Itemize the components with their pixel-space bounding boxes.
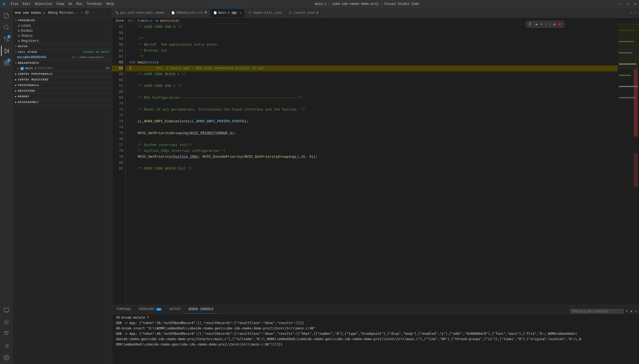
activity-extensions[interactable]: 1	[1, 57, 12, 68]
cmake-kits-tab-icon: {}	[248, 11, 251, 14]
menu-file[interactable]: File	[11, 2, 19, 6]
svg-rect-8	[4, 63, 6, 65]
split-editor-icon[interactable]: ⇔	[630, 10, 632, 15]
menu-view[interactable]: View	[56, 2, 64, 6]
breakpoint-item[interactable]: ● main.c Core\Src 86	[13, 66, 112, 71]
toolbar-stepinto-icon[interactable]: ↓	[545, 22, 547, 27]
activity-source-control[interactable]: 3	[1, 34, 12, 45]
vscode-logo: ⊠	[3, 1, 5, 7]
memory-header[interactable]: ▶ MEMORY	[13, 94, 112, 99]
toolbar-stepover-icon[interactable]: ↷	[540, 22, 542, 27]
activity-search[interactable]	[1, 22, 12, 33]
breakpoints-title: BREAKPOINTS	[18, 61, 39, 65]
breadcrumb-core[interactable]: Core	[116, 19, 124, 23]
tab-cmake-kits[interactable]: {} cmake-kits.json	[245, 8, 285, 18]
run-play-button[interactable]: ▷	[43, 10, 46, 16]
tab-terminal[interactable]: TERMINAL	[112, 305, 135, 314]
activity-bar: 3 1	[0, 8, 13, 364]
minimize-button[interactable]: ─	[620, 2, 622, 6]
peripherals-header[interactable]: ▶ PERIPHERALS	[13, 83, 112, 88]
breadcrumb-func[interactable]: ⊕ main(void)	[156, 19, 179, 23]
disassembly-header[interactable]: ▶ DISASSEMBLY	[13, 100, 112, 105]
toolbar-separator-1	[533, 22, 534, 27]
toolbar-continue-icon[interactable]: ▶	[536, 22, 538, 27]
svg-point-2	[7, 40, 9, 42]
svg-rect-9	[7, 63, 9, 65]
tab-output[interactable]: OUTPUT	[166, 305, 185, 314]
code-punct-79: (	[171, 154, 173, 160]
activity-run-debug[interactable]	[1, 46, 12, 56]
code-line-62: */	[126, 54, 618, 60]
variables-registers[interactable]: ▶Registers	[13, 38, 112, 43]
breakpoints-header[interactable]: ▾ BREAKPOINTS	[13, 60, 112, 66]
watch-header[interactable]: ▾ WATCH	[13, 44, 112, 49]
console-list-view-icon[interactable]: ≡	[626, 309, 628, 313]
activity-debug2[interactable]	[1, 340, 12, 351]
callstack-location: D:/_WORK/embedded/...	[72, 56, 110, 59]
variables-local[interactable]: ▶Local	[13, 23, 112, 28]
console-close-icon[interactable]: ✕	[635, 309, 637, 314]
launch-modified-badge: U	[316, 11, 318, 15]
variables-global[interactable]: ▶Global	[13, 28, 112, 33]
menu-run[interactable]: Run	[76, 2, 82, 6]
line-num-63: 63	[112, 60, 123, 65]
tab-mainc[interactable]: 📄 main.c 9+ ✕	[210, 8, 245, 18]
breadcrumb-src[interactable]: Src	[128, 19, 134, 23]
svg-point-3	[4, 37, 6, 39]
console-expand-icon[interactable]: ▲	[630, 309, 632, 313]
menu-help[interactable]: Help	[106, 2, 114, 6]
menu-bar[interactable]: File Edit Selection View Go Run Terminal…	[11, 2, 114, 6]
menu-edit[interactable]: Edit	[23, 2, 30, 6]
activity-explorer[interactable]	[1, 10, 12, 21]
cmakelists-modified-badge: M	[205, 11, 207, 15]
breadcrumb-mainc[interactable]: main.c	[141, 19, 152, 23]
activity-test[interactable]	[1, 329, 12, 339]
tab-problems[interactable]: PROBLEMS 24	[135, 305, 166, 314]
debug-config-name[interactable]: Debug Microco...	[48, 11, 79, 15]
callstack-item[interactable]: main@0x08000468 D:/_WORK/embedded/...	[13, 55, 112, 60]
activity-settings[interactable]	[1, 352, 12, 363]
tab-debug-console[interactable]: DEBUG CONSOLE	[185, 305, 217, 314]
toolbar-restart-icon[interactable]: ↺	[553, 22, 556, 27]
code-func-75: NVIC_SetPriorityGrouping	[129, 130, 188, 136]
code-punct-63b: )	[156, 60, 159, 65]
toolbar-dots-icon: ⠿	[528, 22, 531, 27]
breakpoint-checkbox[interactable]	[20, 67, 24, 70]
variables-static[interactable]: ▶Static	[13, 33, 112, 38]
line-num-75: 75	[112, 130, 123, 136]
registers-header[interactable]: ▶ REGISTERS	[13, 88, 112, 94]
cortex-registers-header[interactable]: ▶ CORTEX REGISTERS	[13, 77, 112, 82]
tab-cmake[interactable]: 🔧 gcc-arm-none-eabi.cmake	[112, 8, 168, 18]
line-num-71: 71	[112, 107, 123, 113]
call-stack-header[interactable]: ▾ CALL STACK PAUSED ON ENTRY	[13, 49, 112, 55]
tab-cmakelists[interactable]: 📄 CMakeLists.txt M	[168, 8, 210, 18]
mainc-close-button[interactable]: ✕	[240, 11, 241, 15]
menu-go[interactable]: Go	[68, 2, 72, 6]
code-editor[interactable]: /* USER CODE END 0 */ /** * @brief The a…	[126, 24, 618, 305]
variables-header[interactable]: ▾ VARIABLES	[13, 18, 112, 23]
window-controls[interactable]: ─ □ ✕	[620, 2, 636, 6]
code-line-63: int main(void)	[126, 60, 618, 65]
line-num-62: 62	[112, 54, 123, 60]
run-debug-header: RUN AND DEBUG ▷ Debug Microco... ▾ ···	[13, 8, 112, 18]
console-line-4: GDB -> App: {"token":40,"outOfBandRecord…	[116, 331, 635, 336]
menu-terminal[interactable]: Terminal	[87, 2, 102, 6]
code-func-main: main	[138, 60, 146, 65]
console-filter-input[interactable]	[570, 309, 624, 314]
tab-actions: ⇔ ⋯	[628, 10, 639, 15]
activity-cmake[interactable]	[1, 317, 12, 328]
more-tabs-icon[interactable]: ⋯	[635, 10, 637, 15]
toolbar-stop-icon[interactable]: ⏹	[558, 22, 561, 27]
git-annotation-64: You, 2 hours ago • Add Cube Generated pr…	[148, 65, 265, 71]
debug-more-icon[interactable]: ···	[91, 11, 97, 15]
activity-remote[interactable]	[1, 305, 12, 316]
debug-settings-icon[interactable]	[85, 10, 89, 15]
cortex-peripherals-header[interactable]: ▶ CORTEX PERIPHERALS	[13, 71, 112, 77]
menu-selection[interactable]: Selection	[35, 2, 52, 6]
close-button[interactable]: ✕	[634, 2, 636, 6]
bottom-panel: TERMINAL PROBLEMS 24 OUTPUT DEBUG CONSOL…	[112, 305, 639, 364]
code-line-81: /* USER CODE BEGIN Init */	[126, 166, 618, 172]
maximize-button[interactable]: □	[627, 2, 629, 6]
tab-launch-json[interactable]: {} launch.json U	[285, 8, 322, 18]
toolbar-stepout-icon[interactable]: ↑	[549, 22, 551, 27]
